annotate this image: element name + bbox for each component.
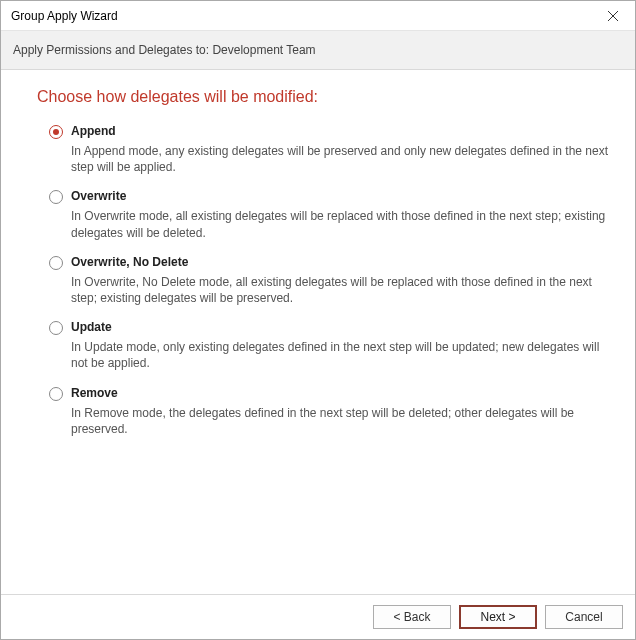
radio-overwrite-no-delete[interactable] — [49, 256, 63, 270]
close-icon — [608, 11, 618, 21]
option-label[interactable]: Overwrite, No Delete — [71, 255, 609, 269]
option-overwrite-no-delete[interactable]: Overwrite, No Delete — [49, 255, 609, 270]
option-description: In Overwrite mode, all existing delegate… — [71, 208, 609, 240]
footer: < Back Next > Cancel — [1, 594, 635, 639]
option-overwrite[interactable]: Overwrite — [49, 189, 609, 204]
radio-overwrite[interactable] — [49, 190, 63, 204]
option-label[interactable]: Append — [71, 124, 609, 138]
titlebar: Group Apply Wizard — [1, 1, 635, 31]
options-group: Append In Append mode, any existing dele… — [37, 124, 609, 437]
close-button[interactable] — [591, 1, 635, 31]
option-description: In Remove mode, the delegates defined in… — [71, 405, 609, 437]
subtitle-text: Apply Permissions and Delegates to: Deve… — [13, 43, 316, 57]
content-area: Choose how delegates will be modified: A… — [1, 70, 635, 594]
option-label[interactable]: Overwrite — [71, 189, 609, 203]
option-update[interactable]: Update — [49, 320, 609, 335]
subtitle-bar: Apply Permissions and Delegates to: Deve… — [1, 31, 635, 70]
window-title: Group Apply Wizard — [11, 9, 591, 23]
page-heading: Choose how delegates will be modified: — [37, 88, 609, 106]
cancel-button[interactable]: Cancel — [545, 605, 623, 629]
option-label[interactable]: Remove — [71, 386, 609, 400]
radio-remove[interactable] — [49, 387, 63, 401]
wizard-window: Group Apply Wizard Apply Permissions and… — [0, 0, 636, 640]
option-description: In Update mode, only existing delegates … — [71, 339, 609, 371]
option-label[interactable]: Update — [71, 320, 609, 334]
option-description: In Append mode, any existing delegates w… — [71, 143, 609, 175]
radio-append[interactable] — [49, 125, 63, 139]
back-button[interactable]: < Back — [373, 605, 451, 629]
next-button[interactable]: Next > — [459, 605, 537, 629]
option-remove[interactable]: Remove — [49, 386, 609, 401]
option-append[interactable]: Append — [49, 124, 609, 139]
radio-update[interactable] — [49, 321, 63, 335]
option-description: In Overwrite, No Delete mode, all existi… — [71, 274, 609, 306]
